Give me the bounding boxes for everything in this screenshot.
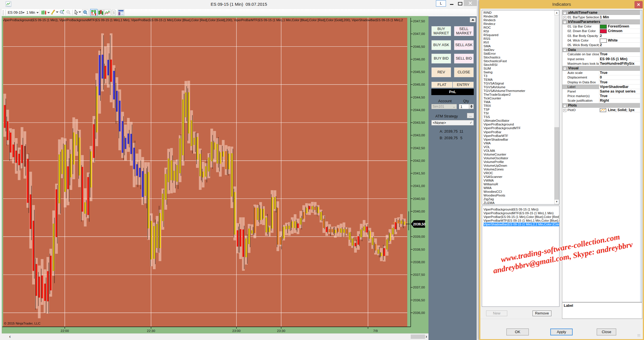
svg-text:23:00: 23:00 <box>232 329 241 333</box>
svg-text:2040,00: 2040,00 <box>413 210 425 213</box>
svg-text:2045,50: 2045,50 <box>413 70 425 74</box>
svg-text:2041,00: 2041,00 <box>413 184 425 188</box>
svg-text:2047,50: 2047,50 <box>413 19 425 23</box>
svg-text:2036,00: 2036,00 <box>413 311 425 315</box>
svg-text:2037,50: 2037,50 <box>413 273 425 276</box>
svg-text:© 2015 NinjaTrader, LLC: © 2015 NinjaTrader, LLC <box>4 322 40 325</box>
svg-text:2039,50: 2039,50 <box>413 222 426 226</box>
svg-text:2043,50: 2043,50 <box>413 121 425 124</box>
svg-text:2038,50: 2038,50 <box>413 248 425 251</box>
svg-text:ViperProBackground(ES 09-15 (1: ViperProBackground(ES 09-15 (1 Min)), Vi… <box>3 18 403 22</box>
svg-text:7/9: 7/9 <box>373 329 378 333</box>
svg-text:23:30: 23:30 <box>277 329 285 333</box>
svg-text:2046,00: 2046,00 <box>413 58 425 61</box>
svg-text:2043,00: 2043,00 <box>413 133 425 137</box>
svg-text:$: $ <box>113 11 115 14</box>
svg-text:2045,00: 2045,00 <box>413 83 425 86</box>
svg-text:2046,50: 2046,50 <box>413 45 425 48</box>
svg-text:2041,50: 2041,50 <box>413 172 425 175</box>
svg-text:2042,00: 2042,00 <box>413 159 425 162</box>
svg-text:2036,50: 2036,50 <box>413 298 425 302</box>
svg-text:2038,00: 2038,00 <box>413 260 425 264</box>
svg-text:2042,50: 2042,50 <box>413 146 425 150</box>
svg-text:22:00: 22:00 <box>61 329 69 333</box>
svg-text:2040,50: 2040,50 <box>413 197 425 201</box>
svg-text:2044,00: 2044,00 <box>413 108 425 112</box>
svg-text:2039,00: 2039,00 <box>413 235 425 238</box>
svg-text:2037,00: 2037,00 <box>413 286 425 289</box>
svg-text:2044,50: 2044,50 <box>413 96 425 99</box>
svg-text:22:30: 22:30 <box>147 329 155 333</box>
svg-text:2047,00: 2047,00 <box>413 32 425 36</box>
